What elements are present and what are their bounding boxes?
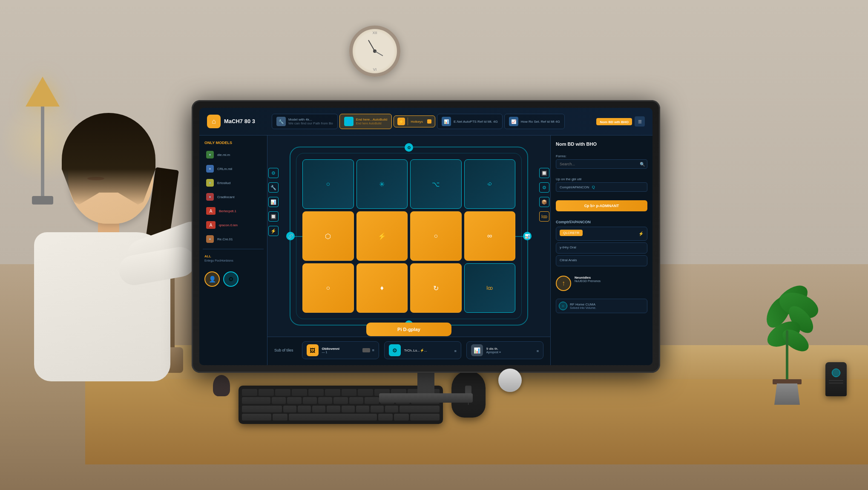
key xyxy=(333,397,348,404)
side-icon-4[interactable]: ⚡ xyxy=(268,226,279,236)
tile-4[interactable]: ⬡ xyxy=(302,211,354,261)
spacebar-key xyxy=(289,414,377,421)
logo-text: MaCH7 80 3 xyxy=(224,118,255,125)
sidebar-btn-settings[interactable]: ⚙ xyxy=(223,271,239,287)
comptrl-item-2[interactable]: Citral Anals xyxy=(556,255,647,266)
nav-indicator xyxy=(427,119,431,124)
gbl-label: Up on the gbl util xyxy=(556,177,647,181)
left-line xyxy=(286,236,302,237)
key xyxy=(358,389,373,396)
tile-3[interactable]: ꩜ xyxy=(464,159,516,209)
bottom-item-0[interactable]: ○ RF Home CUMA Solved into Volume. xyxy=(556,299,647,313)
center-bottom-bar: Sub of tiles 🖼 Obllovenni — 1 ≡ xyxy=(267,337,550,365)
rside-icon-3[interactable]: Ιꝏ xyxy=(539,211,549,222)
rside-icon-2[interactable]: 📦 xyxy=(539,197,549,207)
sidebar-btn-user[interactable]: 👤 xyxy=(204,271,220,287)
sidebar-label-5: qracon.0.len xyxy=(219,223,238,227)
header-menu-btn[interactable]: ☰ xyxy=(635,116,645,127)
nav-item-3[interactable]: 📊 E.Net AutoPTS Ref Id Mt. 4G xyxy=(437,114,503,129)
nav-item-0[interactable]: 🔧 Model with 4k... We can find our Path … xyxy=(272,114,338,129)
tile-9[interactable]: ♦ xyxy=(356,263,408,313)
key xyxy=(318,397,332,404)
gbl-value: Comptrl/APANCON Q xyxy=(556,182,647,192)
tile-7[interactable]: ∞ xyxy=(464,211,516,261)
key xyxy=(303,397,317,404)
search-label: Forms: xyxy=(556,154,647,158)
info-icon-1: ⚙ xyxy=(389,344,401,356)
sidebar-label-3: Cradilocant xyxy=(217,195,234,199)
info-card-1[interactable]: ⚙ TrCh..Ls...⚡... ≡ xyxy=(384,341,461,359)
sidebar-item-6[interactable]: ● Re.Cre.01 xyxy=(203,233,264,245)
nav-item-4[interactable]: 📈 How Ro Set. Ref id Mt 4G xyxy=(504,114,565,129)
right-line xyxy=(515,236,532,237)
toggle-0[interactable] xyxy=(362,348,370,352)
wall-clock: XII VI xyxy=(349,26,400,77)
right-action-btn[interactable]: Cp b> p-ADMNANT xyxy=(556,200,647,211)
nav-icon-4: 📈 xyxy=(509,117,518,126)
tile-8[interactable]: ○ xyxy=(302,263,354,313)
diagram-action-btn[interactable]: Pi D-gplay xyxy=(366,323,451,336)
info-card-0[interactable]: 🖼 Obllovenni — 1 ≡ xyxy=(302,341,379,359)
sidebar-item-4[interactable]: A Bertecpdt.1 xyxy=(203,205,264,217)
nav-icon-2: ⚡ xyxy=(397,118,405,125)
info-text-2: 9 dis th. Apropost ≡ xyxy=(486,347,501,354)
nav-item-2[interactable]: ⚡ Hotkeys xyxy=(394,115,435,127)
right-panel-title: Nom BD with BHO xyxy=(556,141,647,149)
sidebar-item-5[interactable]: A qracon.0.len xyxy=(203,219,264,231)
rside-icon-1[interactable]: ⚙ xyxy=(539,182,549,193)
sidebar-label-6: Re.Cre.01 xyxy=(217,237,233,241)
sidebar-item-3[interactable]: ● Cradilocant xyxy=(203,190,264,203)
tile-0[interactable]: ○ xyxy=(302,159,354,209)
search-icon[interactable]: 🔍 xyxy=(640,162,645,167)
side-icon-0[interactable]: ⚙ xyxy=(268,168,279,178)
key xyxy=(394,414,409,421)
sidebar-icon-1: ● xyxy=(206,165,214,173)
nav-item-1[interactable]: 🌐 End here...AutoBuild End here AutoBull… xyxy=(339,114,392,129)
tile-10[interactable]: ↻ xyxy=(410,263,462,313)
upload-icon[interactable]: ↑ xyxy=(556,276,571,291)
comptrl-item-0[interactable]: QLCRETR ⚡ xyxy=(556,227,647,241)
header-right: Nom BD wth BHO ☰ xyxy=(581,116,645,127)
sidebar-icon-3: ● xyxy=(206,193,214,201)
key xyxy=(312,406,325,412)
left-side-icons: ⚙ 🔧 📊 🔲 ⚡ xyxy=(268,168,279,236)
key xyxy=(242,389,257,396)
nav-label-4: How Ro Set. Ref id Mt 4G xyxy=(521,120,560,124)
sidebar-icon-6: ● xyxy=(206,235,214,243)
desk-decoration xyxy=(213,375,230,396)
key xyxy=(365,397,379,404)
sidebar-bottom-section: ALL Entegu PoctHonbions xyxy=(203,253,264,264)
sidebar-item-1[interactable]: ● CRLm.mil xyxy=(203,162,264,175)
sidebar-item-0[interactable]: ● dle.mi.m xyxy=(203,148,264,161)
sidebar-label-1: CRLm.mil xyxy=(217,167,232,171)
info-icon-2: 📊 xyxy=(471,344,483,356)
sidebar-divider xyxy=(203,249,264,249)
sidebar-icon-5: A xyxy=(206,221,216,229)
tile-1[interactable]: ✳ xyxy=(356,159,408,209)
main-content: ONLY Models ● dle.mi.m ● CRLm.mil ● Erto… xyxy=(199,135,652,365)
key xyxy=(410,414,440,421)
nav-label-1: End here...AutoBuild End here AutoBulld xyxy=(356,118,387,125)
tile-6[interactable]: ○ xyxy=(410,211,462,261)
side-icon-3[interactable]: 🔲 xyxy=(268,211,279,222)
side-icon-1[interactable]: 🔧 xyxy=(268,182,279,193)
tile-2[interactable]: ⌥ xyxy=(410,159,462,209)
tile-11[interactable]: Ιꝏ xyxy=(464,263,516,313)
key xyxy=(349,397,363,404)
info-controls-1: ≡ xyxy=(454,346,457,354)
key xyxy=(242,406,282,412)
comptrl-section: Comptrl/APANCON QLCRETR ⚡ y-tHry Oral Ci… xyxy=(556,220,647,268)
search-input[interactable] xyxy=(556,159,647,169)
main-nav: 🔧 Model with 4k... We can find our Path … xyxy=(272,114,576,129)
sidebar-item-2[interactable]: ● Ertosllud xyxy=(203,176,264,189)
side-icon-2[interactable]: 📊 xyxy=(268,197,279,207)
tag-qlcretr: QLCRETR xyxy=(560,230,583,236)
tile-5[interactable]: ⚡ xyxy=(356,211,408,261)
top-dot[interactable]: ⚙ xyxy=(405,143,413,152)
key xyxy=(308,389,324,396)
gbl-icon[interactable]: Q xyxy=(592,185,595,189)
info-card-2[interactable]: 📊 9 dis th. Apropost ≡ ≡ xyxy=(466,341,543,359)
nav-separator xyxy=(408,118,408,125)
rside-icon-0[interactable]: 🔲 xyxy=(539,168,549,178)
comptrl-item-1[interactable]: y-tHry Oral xyxy=(556,242,647,254)
